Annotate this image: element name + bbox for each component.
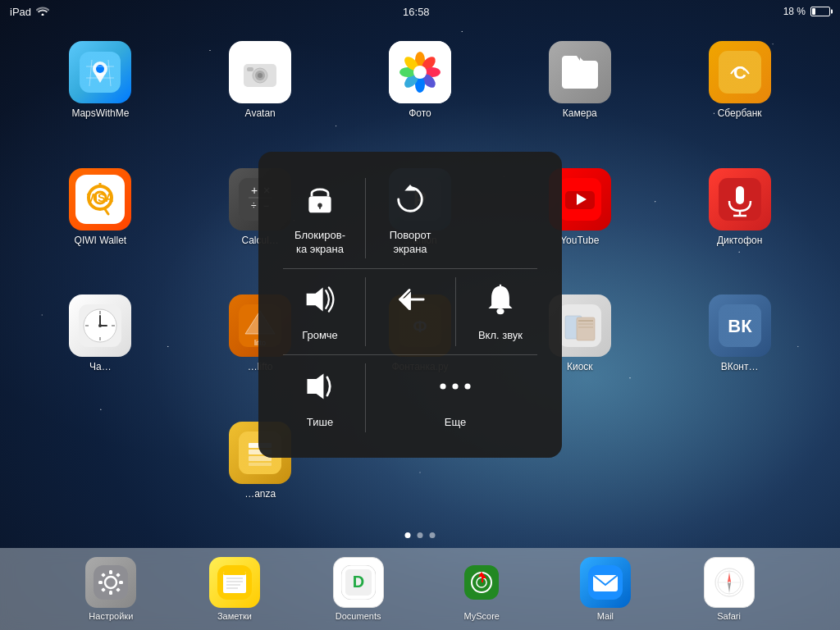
app-mapswithme[interactable]: MapsWithMe (25, 37, 176, 156)
status-left: iPad (10, 6, 49, 18)
app-vk[interactable]: ВК ВКонт… (664, 290, 815, 409)
dock: Настройки Заметки D Documents (0, 548, 840, 630)
app-label-avatan: Avatan (245, 107, 276, 119)
app-icon-vk: ВК (709, 294, 771, 357)
app-clock[interactable]: Ча… (25, 290, 176, 409)
svg-rect-48 (736, 186, 744, 204)
menu-rotate-screen[interactable]: Поворотэкрана (365, 168, 455, 268)
page-dot-3[interactable] (430, 532, 436, 538)
volume-down-icon (304, 370, 336, 408)
dock-safari[interactable]: Safari (704, 557, 755, 621)
app-icon-qiwi: VISA (69, 168, 131, 231)
app-icon-dictophone (709, 168, 771, 231)
status-right: 18 % (783, 6, 830, 17)
menu-label-lock: Блокиров-ка экрана (294, 229, 345, 257)
svg-text:VISA: VISA (87, 191, 114, 204)
dock-label-settings: Настройки (89, 611, 133, 621)
battery-percent: 18 % (783, 6, 806, 17)
app-label-sber: Сбербанк (718, 107, 762, 119)
svg-rect-77 (249, 463, 272, 466)
bell-icon (484, 283, 517, 321)
menu-label-volume-up: Громче (302, 329, 338, 343)
app-label-dictophone: Диктофон (717, 235, 762, 246)
dock-documents[interactable]: D Documents (333, 557, 384, 621)
app-icon-clock (69, 294, 131, 357)
app-dictophone[interactable]: Диктофон (664, 164, 815, 283)
svg-point-26 (578, 73, 582, 78)
svg-rect-81 (109, 591, 112, 595)
rotate-icon (394, 183, 427, 221)
menu-volume-down[interactable]: Тише (275, 355, 365, 441)
app-label-clock: Ча… (89, 361, 112, 372)
app-qiwi[interactable]: VISA QIWI Wallet (25, 164, 176, 283)
svg-point-27 (591, 64, 594, 67)
time-display: 16:58 (403, 6, 430, 18)
dock-settings[interactable]: Настройки (85, 557, 136, 621)
svg-rect-13 (247, 67, 253, 71)
app-icon-mapswithme (69, 41, 131, 103)
menu-label-rotate: Поворотэкрана (390, 229, 431, 257)
svg-rect-82 (98, 581, 103, 584)
menu-volume-up[interactable]: Громче (275, 268, 365, 354)
wifi-icon (36, 6, 49, 18)
svg-point-59 (98, 324, 102, 327)
dock-label-documents: Documents (336, 611, 381, 621)
status-bar: iPad 16:58 18 % (0, 0, 840, 23)
app-empty-1 (25, 418, 176, 536)
dock-icon-notes (209, 557, 260, 608)
svg-point-12 (258, 73, 262, 78)
battery-icon (810, 7, 830, 16)
app-label-vk: ВКонт… (721, 361, 759, 372)
svg-point-120 (452, 383, 458, 389)
app-camera[interactable]: Камера (504, 37, 655, 156)
app-avatan[interactable]: Avatan (185, 37, 336, 156)
menu-lock-screen[interactable]: Блокиров-ка экрана (275, 168, 365, 268)
svg-marker-115 (307, 288, 323, 312)
dock-icon-safari (704, 557, 755, 608)
dock-icon-settings (85, 557, 136, 608)
svg-text:D: D (352, 573, 363, 591)
dock-mail[interactable]: Mail (580, 557, 631, 621)
svg-text:+: + (251, 184, 258, 197)
dock-myscore[interactable]: MyScore (456, 557, 507, 621)
back-icon (394, 283, 427, 321)
app-label-photo: Фото (409, 107, 431, 119)
app-sber[interactable]: С Сбербанк (664, 37, 815, 156)
app-label-camera: Камера (563, 107, 597, 119)
svg-point-121 (464, 383, 470, 389)
menu-back[interactable] (365, 268, 455, 354)
app-label-kiosk: Киоск (567, 361, 593, 372)
app-label-qiwi: QIWI Wallet (75, 235, 127, 246)
app-photo[interactable]: Фото (345, 37, 496, 156)
svg-rect-83 (119, 581, 123, 584)
svg-text:÷: ÷ (251, 200, 257, 212)
menu-more[interactable]: Еще (365, 355, 546, 441)
dock-label-myscore: MyScore (464, 611, 500, 621)
app-label-youtube: YouTube (560, 235, 599, 246)
app-icon-avatan (229, 41, 291, 103)
app-icon-sber: С (709, 41, 771, 103)
svg-point-119 (440, 383, 445, 389)
menu-label-more: Еще (445, 416, 466, 430)
dock-icon-myscore (456, 557, 507, 608)
volume-up-icon (304, 283, 336, 321)
dock-label-safari: Safari (717, 611, 741, 621)
svg-marker-118 (307, 373, 323, 399)
page-dot-1[interactable] (405, 532, 411, 538)
context-menu[interactable]: Блокиров-ка экрана Поворотэкрана (258, 152, 562, 458)
app-label-mapswithme: MapsWithMe (71, 107, 129, 119)
menu-label-volume-down: Тише (307, 416, 333, 430)
menu-bell[interactable]: Вкл. звук (455, 268, 546, 354)
menu-label-bell: Вкл. звук (478, 329, 523, 343)
app-icon-photo (389, 41, 451, 103)
lock-icon (304, 183, 336, 221)
svg-rect-80 (109, 570, 112, 574)
svg-text:С: С (733, 62, 746, 83)
svg-point-23 (413, 66, 427, 79)
page-dot-2[interactable] (418, 532, 423, 538)
dock-icon-documents: D (333, 557, 384, 608)
dock-notes[interactable]: Заметки (209, 557, 260, 621)
device-name: iPad (10, 6, 31, 18)
page-dots (405, 532, 436, 538)
svg-text:ВК: ВК (728, 316, 752, 336)
